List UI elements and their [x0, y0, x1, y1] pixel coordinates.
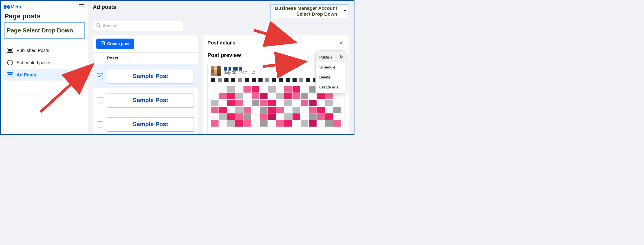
svg-line-10	[99, 26, 100, 28]
details-title: Post details	[208, 40, 235, 46]
page-title: Ad posts	[93, 4, 116, 10]
card-icon	[6, 72, 14, 78]
bm-line1: Business Manager Account	[275, 5, 337, 11]
edit-icon	[101, 41, 105, 46]
sidebar-item-label: Ad Posts	[16, 72, 36, 78]
business-manager-select[interactable]: Business Manager Account Select Drop Dow…	[270, 4, 349, 18]
search-input[interactable]	[103, 24, 180, 28]
menu-label: Create ads...	[319, 85, 341, 90]
checkbox[interactable]	[97, 121, 103, 128]
create-row: Create post	[93, 36, 198, 52]
post-row[interactable]: Sample Post	[93, 88, 198, 112]
sidebar-item-scheduled-posts[interactable]: Scheduled posts	[4, 57, 85, 68]
post-label: Sample Post	[107, 93, 194, 108]
post-row[interactable]: Sample Post	[93, 64, 198, 88]
clock-icon	[6, 59, 14, 66]
svg-rect-7	[7, 72, 13, 77]
post-date-row: July 30, 2017 ·	[224, 70, 255, 75]
menu-label: Schedule	[319, 65, 336, 70]
actions-menu-delete[interactable]: Delete	[316, 72, 346, 82]
svg-rect-8	[8, 74, 12, 75]
checkbox[interactable]	[97, 97, 103, 104]
posts-panel: Create post Posts Sample Post Sample Pos…	[93, 35, 198, 134]
redacted-name	[224, 68, 255, 70]
create-post-label: Create post	[107, 42, 130, 46]
post-label: Sample Post	[107, 117, 194, 132]
content-row: Create post Posts Sample Post Sample Pos…	[93, 35, 349, 134]
sidebar-title: Page posts	[3, 11, 86, 22]
cursor-icon	[340, 55, 344, 60]
sidebar: Meta ☰ Page posts Page Select Drop Down …	[1, 1, 88, 134]
preview-meta: July 30, 2017 ·	[224, 68, 255, 75]
sidebar-item-label: Published Posts	[16, 48, 49, 53]
svg-point-9	[97, 24, 100, 26]
sidebar-item-label: Scheduled posts	[16, 60, 50, 65]
details-header: Post details ✕	[208, 39, 344, 47]
hamburger-icon[interactable]: ☰	[78, 3, 85, 11]
checkbox[interactable]	[97, 73, 103, 80]
sidebar-nav: Published Posts Scheduled posts Ad Posts	[3, 45, 86, 80]
search-box[interactable]	[93, 21, 183, 31]
preview-title: Post preview	[208, 52, 241, 58]
main-header: Ad posts Business Manager Account Select…	[93, 4, 349, 18]
meta-icon	[4, 5, 10, 9]
bm-line2: Select Drop Down	[275, 11, 337, 17]
posts-column-header: Posts	[93, 52, 198, 64]
dot-separator: ·	[249, 70, 250, 75]
globe-icon	[252, 70, 255, 75]
post-label: Sample Post	[107, 69, 194, 84]
actions-menu-publish[interactable]: Publish	[316, 52, 346, 62]
sidebar-item-ad-posts[interactable]: Ad Posts	[4, 69, 85, 80]
post-row[interactable]: Sample Post	[93, 112, 198, 134]
avatar	[211, 66, 221, 76]
menu-label: Delete	[319, 75, 330, 80]
create-post-button[interactable]: Create post	[96, 38, 134, 49]
page-select-dropdown[interactable]: Page Select Drop Down	[4, 22, 85, 39]
main: Ad posts Business Manager Account Select…	[88, 1, 354, 134]
actions-menu: Publish Schedule Delete Create ads...	[316, 51, 346, 94]
sidebar-item-published-posts[interactable]: Published Posts	[4, 45, 85, 56]
post-details-panel: Post details ✕ Post preview Actions	[203, 35, 349, 134]
post-date: July 30, 2017	[224, 70, 247, 75]
list-icon	[6, 47, 14, 54]
brand-text: Meta	[11, 4, 21, 10]
svg-line-6	[10, 62, 11, 63]
sidebar-top: Meta ☰	[3, 2, 86, 11]
meta-logo: Meta	[4, 4, 21, 10]
business-manager-label: Business Manager Account Select Drop Dow…	[271, 4, 341, 18]
close-icon[interactable]: ✕	[338, 39, 344, 47]
search-icon	[96, 23, 101, 28]
menu-label: Publish	[319, 55, 332, 60]
actions-menu-schedule[interactable]: Schedule	[316, 62, 346, 72]
caret-down-icon	[341, 4, 348, 18]
actions-menu-create-ads[interactable]: Create ads...	[316, 82, 346, 92]
